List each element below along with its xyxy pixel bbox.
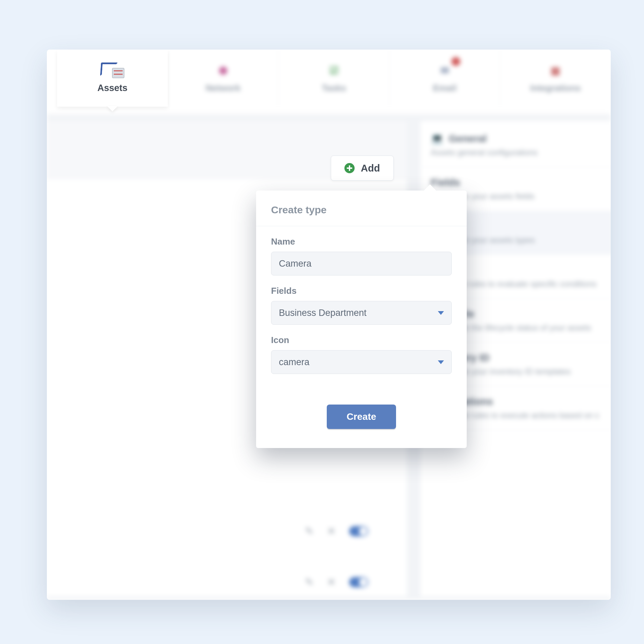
popover-body: Name Fields Business Department Icon <box>256 226 467 388</box>
tab-label: Assets <box>97 83 128 93</box>
fields-label: Fields <box>271 286 452 296</box>
assets-icon <box>101 62 124 78</box>
create-type-popover: Create type Name Fields Business Departm… <box>256 191 467 448</box>
tab-assets[interactable]: Assets <box>57 50 168 107</box>
plus-icon <box>344 163 355 173</box>
add-button[interactable]: Add <box>331 156 394 181</box>
foreground-layer: Assets Add Create type Name Fields <box>47 50 611 600</box>
icon-label: Icon <box>271 335 452 345</box>
field-fields: Fields Business Department <box>271 286 452 325</box>
popover-title: Create type <box>256 191 467 226</box>
fields-value: Business Department <box>279 308 366 318</box>
chevron-down-icon <box>107 106 118 111</box>
popover-footer: Create <box>256 388 467 448</box>
icon-value: camera <box>279 357 309 368</box>
field-name: Name <box>271 236 452 275</box>
fields-select[interactable]: Business Department <box>271 301 452 325</box>
popover-caret <box>423 184 437 191</box>
add-button-label: Add <box>361 163 380 174</box>
app-canvas: 💻 Assets ⬢ Network ☑ Tasks ✉ Email ▦ <box>47 50 611 600</box>
name-label: Name <box>271 236 452 247</box>
name-input[interactable] <box>271 252 452 275</box>
chevron-down-icon <box>438 360 444 364</box>
icon-select[interactable]: camera <box>271 350 452 374</box>
create-button[interactable]: Create <box>327 405 396 429</box>
chevron-down-icon <box>438 311 444 315</box>
field-icon: Icon camera <box>271 335 452 374</box>
stage: 💻 Assets ⬢ Network ☑ Tasks ✉ Email ▦ <box>0 0 644 644</box>
